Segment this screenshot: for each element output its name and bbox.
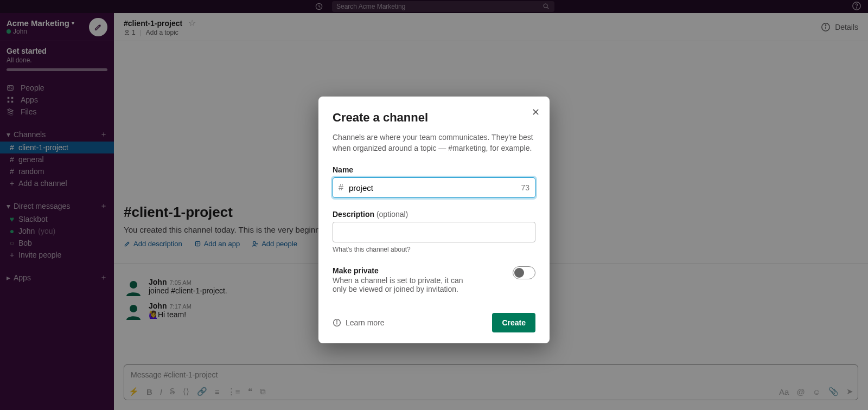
create-channel-modal: ✕ Create a channel Channels are where yo… [318, 97, 550, 343]
modal-title: Create a channel [333, 111, 535, 125]
make-private-text: When a channel is set to private, it can… [333, 276, 474, 293]
channel-name-input[interactable] [348, 183, 517, 193]
modal-intro-text: Channels are where your team communicate… [333, 132, 535, 153]
channel-description-input[interactable] [333, 222, 535, 242]
channel-name-field[interactable]: # 73 [333, 177, 535, 198]
learn-more-link[interactable]: Learn more [333, 318, 385, 327]
make-private-toggle[interactable] [513, 266, 535, 279]
hash-prefix-icon: # [339, 183, 343, 193]
description-helper: What's this channel about? [333, 246, 535, 253]
make-private-title: Make private [333, 266, 474, 275]
svg-point-18 [336, 321, 337, 321]
name-label: Name [333, 165, 535, 174]
description-label: Description (optional) [333, 210, 535, 219]
close-icon[interactable]: ✕ [532, 106, 540, 118]
create-button[interactable]: Create [492, 313, 535, 332]
char-count: 73 [521, 183, 529, 192]
toggle-knob [514, 268, 524, 278]
